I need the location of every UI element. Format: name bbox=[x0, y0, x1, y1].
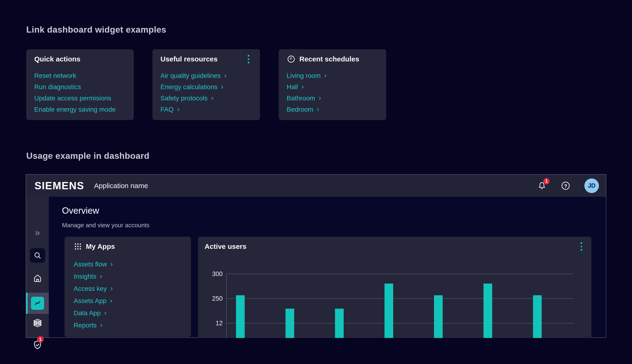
chart-bar bbox=[533, 295, 542, 338]
link-label: Insights bbox=[74, 273, 96, 280]
chevron-right-icon: › bbox=[318, 94, 321, 101]
avatar[interactable]: JD bbox=[584, 178, 599, 193]
my-apps-title: My Apps bbox=[86, 242, 115, 250]
link-item[interactable]: Living room› bbox=[287, 70, 378, 82]
sidebar: » 1 bbox=[26, 197, 49, 338]
sidebar-search-button[interactable] bbox=[30, 248, 45, 263]
link-label: FAQ bbox=[160, 106, 174, 113]
svg-text:?: ? bbox=[564, 183, 567, 188]
my-apps-links: Assets flow›Insights›Access key›Assets A… bbox=[74, 258, 183, 332]
chart-bar bbox=[484, 284, 492, 338]
recent-schedules-card: Recent schedules Living room›Hall›Bathro… bbox=[279, 49, 386, 120]
chevron-right-icon: › bbox=[100, 322, 102, 328]
link-label: Hall bbox=[287, 83, 298, 91]
sidebar-item-analytics-active[interactable] bbox=[26, 293, 49, 314]
chevron-right-icon: › bbox=[221, 83, 223, 90]
y-tick-label: 12 bbox=[204, 320, 223, 327]
quick-actions-links: Reset networkRun diagnosticsUpdate acces… bbox=[34, 70, 126, 115]
link-label: Energy calculations bbox=[160, 83, 218, 91]
kebab-menu-icon[interactable] bbox=[245, 55, 252, 63]
link-label: Run diagnostics bbox=[34, 83, 81, 91]
sidebar-home-icon[interactable] bbox=[26, 273, 49, 283]
chevron-right-icon: › bbox=[104, 309, 106, 316]
link-label: Living room bbox=[287, 72, 321, 80]
chevron-right-icon: › bbox=[110, 297, 112, 304]
link-label: Enable energy saving mode bbox=[34, 106, 116, 113]
useful-resources-links: Air quality guidelines›Energy calculatio… bbox=[160, 70, 252, 115]
chart-y-axis bbox=[226, 274, 226, 338]
chevron-right-icon: › bbox=[177, 106, 180, 112]
link-item[interactable]: Energy calculations› bbox=[160, 82, 252, 93]
sidebar-badge: 1 bbox=[37, 336, 44, 343]
sidebar-layers-icon[interactable] bbox=[26, 318, 49, 328]
application-name: Application name bbox=[94, 182, 148, 190]
page-title: Overview bbox=[62, 206, 99, 216]
link-item[interactable]: Air quality guidelines› bbox=[160, 70, 252, 82]
link-item[interactable]: Update access permisions bbox=[34, 93, 126, 104]
chart-gridline bbox=[226, 298, 574, 299]
link-label: Access key bbox=[74, 285, 107, 292]
chart-gridline bbox=[226, 274, 574, 274]
page-subtitle: Manage and view your accounts bbox=[62, 222, 150, 229]
link-item[interactable]: Bedroom› bbox=[287, 104, 378, 115]
sidebar-expand-icon[interactable]: » bbox=[26, 227, 49, 238]
link-label: Data App bbox=[74, 309, 101, 317]
page-heading-widget-examples: Link dashboard widget examples bbox=[26, 25, 166, 35]
chevron-right-icon: › bbox=[317, 106, 319, 112]
dashboard-header: SIEMENS Application name 1 ? JD bbox=[26, 174, 606, 197]
chevron-right-icon: › bbox=[100, 273, 102, 279]
chart-bar bbox=[236, 295, 245, 338]
quick-actions-title: Quick actions bbox=[34, 55, 80, 63]
link-item[interactable]: Enable energy saving mode bbox=[34, 104, 126, 115]
chart-bar bbox=[335, 309, 344, 338]
quick-actions-card: Quick actions Reset networkRun diagnosti… bbox=[26, 49, 134, 120]
chevron-right-icon: › bbox=[110, 260, 113, 267]
recent-schedules-title: Recent schedules bbox=[299, 55, 359, 63]
link-label: Safety protocols bbox=[160, 94, 208, 102]
link-label: Assets App bbox=[74, 297, 106, 305]
useful-resources-card: Useful resources Air quality guidelines›… bbox=[152, 49, 260, 120]
apps-grid-icon bbox=[74, 242, 82, 251]
link-item[interactable]: Reports› bbox=[74, 319, 183, 332]
link-label: Reset network bbox=[34, 72, 76, 80]
chevron-right-icon: › bbox=[224, 72, 226, 78]
link-label: Update access permisions bbox=[34, 94, 111, 102]
useful-resources-title: Useful resources bbox=[160, 55, 218, 63]
link-item[interactable]: Data App› bbox=[74, 307, 183, 319]
y-tick-label: 300 bbox=[204, 270, 223, 278]
link-label: Bedroom bbox=[287, 106, 314, 113]
active-users-card: Active users 30025012 bbox=[198, 237, 592, 338]
link-item[interactable]: Assets flow› bbox=[74, 258, 183, 270]
chart-bar bbox=[434, 295, 443, 338]
recent-schedules-links: Living room›Hall›Bathroom›Bedroom› bbox=[287, 70, 378, 115]
link-label: Reports bbox=[74, 322, 97, 329]
link-item[interactable]: Reset network bbox=[34, 70, 126, 82]
search-icon bbox=[33, 251, 42, 260]
link-item[interactable]: Hall› bbox=[287, 82, 378, 93]
page-heading-usage-example: Usage example in dashboard bbox=[26, 151, 150, 161]
chevron-right-icon: › bbox=[110, 285, 113, 292]
my-apps-card: My Apps Assets flow›Insights›Access key›… bbox=[64, 237, 191, 337]
clock-icon bbox=[287, 55, 296, 64]
y-tick-label: 250 bbox=[204, 295, 223, 302]
link-item[interactable]: Insights› bbox=[74, 270, 183, 282]
chart-bar bbox=[286, 309, 294, 338]
chart-gridline bbox=[226, 323, 574, 324]
link-item[interactable]: Assets App› bbox=[74, 295, 183, 307]
chevron-right-icon: › bbox=[211, 94, 214, 101]
link-item[interactable]: Run diagnostics bbox=[34, 82, 126, 93]
link-label: Assets flow bbox=[74, 260, 107, 268]
chevron-right-icon: › bbox=[324, 72, 326, 78]
link-item[interactable]: Safety protocols› bbox=[160, 93, 252, 104]
chart-bar bbox=[384, 284, 393, 338]
notification-badge: 1 bbox=[543, 178, 550, 184]
notifications-bell-icon[interactable]: 1 bbox=[537, 181, 547, 191]
sidebar-shield-check-icon[interactable]: 1 bbox=[26, 339, 49, 351]
trend-chart-icon bbox=[31, 297, 44, 310]
chevron-right-icon: › bbox=[302, 83, 304, 90]
link-item[interactable]: FAQ› bbox=[160, 104, 252, 115]
link-item[interactable]: Bathroom› bbox=[287, 93, 378, 104]
siemens-logo: SIEMENS bbox=[34, 180, 84, 192]
link-item[interactable]: Access key› bbox=[74, 282, 183, 295]
help-icon[interactable]: ? bbox=[560, 180, 571, 191]
